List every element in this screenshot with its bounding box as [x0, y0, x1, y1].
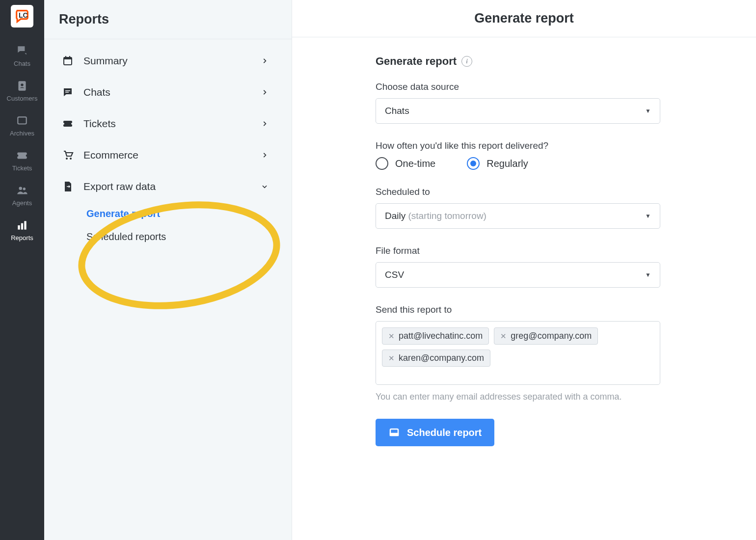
scheduled-select[interactable]: Daily (starting tomorrow) ▼	[376, 203, 660, 229]
svg-rect-19	[390, 433, 398, 435]
svg-rect-14	[65, 92, 69, 93]
rail-label: Archives	[10, 130, 34, 137]
svg-rect-7	[21, 223, 23, 230]
radio-circle-icon	[467, 157, 480, 170]
radio-regularly[interactable]: Regularly	[467, 157, 528, 170]
svg-point-5	[23, 188, 26, 190]
chevron-right-icon	[261, 149, 268, 161]
main-body: Generate report i Choose data source Cha…	[292, 37, 756, 463]
cart-icon	[61, 148, 75, 162]
rail-label: Tickets	[12, 164, 32, 172]
page-title: Generate report	[292, 11, 756, 26]
svg-point-4	[19, 187, 23, 190]
chip-label: karen@company.com	[399, 353, 484, 363]
chevron-right-icon	[261, 55, 268, 67]
ticket-icon	[61, 117, 75, 131]
main-header: Generate report	[292, 0, 756, 37]
data-source-value: Chats	[385, 106, 409, 116]
frequency-radio-row: One-time Regularly	[376, 157, 660, 170]
recipients-helper: You can enter many email addresses separ…	[376, 392, 660, 402]
form-title: Generate report	[376, 55, 457, 68]
svg-rect-11	[65, 56, 66, 58]
sidebar-item-label: Ecommerce	[83, 149, 261, 161]
sidebar-sub-label: Generate report	[86, 208, 160, 219]
file-format-select[interactable]: CSV ▼	[376, 262, 660, 288]
svg-rect-10	[64, 57, 72, 59]
radio-label: Regularly	[486, 158, 528, 169]
rail-item-customers[interactable]: Customers	[0, 73, 44, 108]
calendar-icon	[61, 54, 75, 68]
sidebar-item-chats[interactable]: Chats	[51, 77, 285, 108]
agents-icon	[15, 184, 29, 197]
chip-label: greg@company.com	[511, 331, 592, 341]
caret-down-icon: ▼	[645, 213, 651, 219]
rail-label: Customers	[7, 95, 38, 102]
remove-chip-icon[interactable]: ✕	[388, 354, 395, 363]
sidebar-item-summary[interactable]: Summary	[51, 45, 285, 77]
sidebar-sub-scheduled-reports[interactable]: Scheduled reports	[44, 225, 292, 248]
sidebar-sub-generate-report[interactable]: Generate report	[44, 202, 292, 225]
archives-icon	[15, 114, 29, 128]
svg-rect-8	[24, 221, 26, 229]
schedule-icon	[388, 427, 400, 438]
svg-rect-13	[65, 90, 70, 91]
chat-icon	[61, 85, 75, 99]
nav-rail: LC Chats Customers Archives Tickets Agen…	[0, 0, 44, 540]
radio-label: One-time	[395, 158, 435, 169]
scheduled-label: Scheduled to	[376, 187, 660, 197]
sidebar-body: Summary Chats Tickets	[44, 39, 292, 254]
svg-rect-3	[18, 117, 26, 124]
frequency-label: How often you'd like this report deliver…	[376, 140, 660, 151]
rail-item-tickets[interactable]: Tickets	[0, 143, 44, 178]
rail-label: Agents	[12, 199, 32, 207]
caret-down-icon: ▼	[645, 271, 651, 278]
sidebar-sub-label: Scheduled reports	[86, 231, 166, 243]
svg-rect-12	[69, 56, 70, 58]
info-icon[interactable]: i	[461, 56, 472, 67]
data-source-block: Choose data source Chats ▼	[376, 81, 660, 124]
sidebar-item-ecommerce[interactable]: Ecommerce	[51, 139, 285, 171]
livechat-logo-icon: LC	[14, 8, 30, 25]
scheduled-block: Scheduled to Daily (starting tomorrow) ▼	[376, 187, 660, 229]
email-chip[interactable]: ✕ patt@livechatinc.com	[382, 327, 489, 345]
reports-icon	[15, 218, 29, 232]
remove-chip-icon[interactable]: ✕	[500, 332, 507, 341]
rail-item-archives[interactable]: Archives	[0, 108, 44, 143]
form-title-row: Generate report i	[376, 55, 660, 68]
rail-item-reports[interactable]: Reports	[0, 213, 44, 247]
sidebar-item-label: Chats	[83, 86, 261, 98]
caret-down-icon: ▼	[645, 108, 651, 114]
svg-text:LC: LC	[19, 11, 28, 19]
sidebar-item-label: Tickets	[83, 118, 261, 130]
chevron-right-icon	[261, 118, 268, 130]
recipients-block: Send this report to ✕ patt@livechatinc.c…	[376, 304, 660, 402]
rail-item-chats[interactable]: Chats	[0, 38, 44, 73]
svg-rect-6	[18, 225, 20, 230]
sidebar-item-label: Export raw data	[83, 181, 261, 192]
rail-label: Chats	[14, 60, 30, 67]
email-chip[interactable]: ✕ greg@company.com	[494, 327, 598, 345]
rail-label: Reports	[11, 234, 33, 242]
email-chip[interactable]: ✕ karen@company.com	[382, 350, 490, 367]
chats-icon	[15, 44, 29, 58]
main-content: Generate report Generate report i Choose…	[292, 0, 756, 540]
sidebar-item-tickets[interactable]: Tickets	[51, 108, 285, 139]
file-format-block: File format CSV ▼	[376, 245, 660, 288]
sidebar-item-export-raw-data[interactable]: Export raw data	[51, 171, 285, 202]
chevron-down-icon	[261, 181, 268, 192]
remove-chip-icon[interactable]: ✕	[388, 332, 395, 341]
sidebar-item-label: Summary	[83, 55, 261, 67]
recipients-input[interactable]: ✕ patt@livechatinc.com ✕ greg@company.co…	[376, 321, 660, 385]
rail-item-agents[interactable]: Agents	[0, 178, 44, 213]
scheduled-value: Daily (starting tomorrow)	[385, 211, 486, 221]
schedule-report-button[interactable]: Schedule report	[376, 419, 494, 446]
logo[interactable]: LC	[11, 5, 33, 27]
customers-icon	[15, 79, 29, 93]
data-source-select[interactable]: Chats ▼	[376, 98, 660, 124]
radio-one-time[interactable]: One-time	[376, 157, 435, 170]
recipients-label: Send this report to	[376, 304, 660, 315]
chip-label: patt@livechatinc.com	[399, 331, 483, 341]
file-export-icon	[61, 180, 75, 193]
svg-point-16	[70, 158, 72, 160]
radio-circle-icon	[376, 157, 388, 170]
